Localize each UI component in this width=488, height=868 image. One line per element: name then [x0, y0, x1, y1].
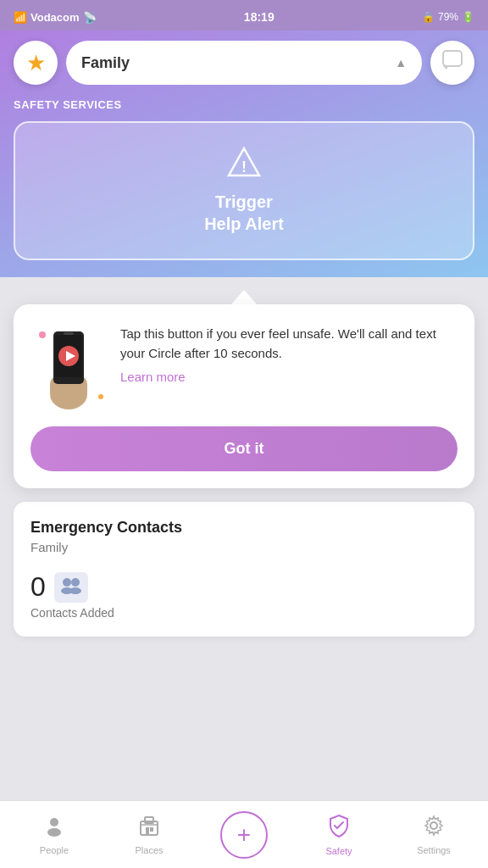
places-icon [138, 815, 160, 842]
battery-percent: 79% [438, 11, 458, 23]
tab-places[interactable]: Places [102, 808, 197, 862]
battery-info: 🔒 79% 🔋 [422, 11, 474, 23]
emergency-contacts-title: Emergency Contacts [30, 519, 458, 537]
top-header: ★ Family ▲ SAFETY SERVICES ! Trigger Hel… [0, 31, 488, 277]
chevron-up-icon: ▲ [395, 56, 407, 70]
phone-hand-svg [38, 325, 99, 409]
warning-icon: ! [29, 147, 459, 184]
star-icon: ★ [26, 50, 46, 76]
tab-settings-label: Settings [417, 845, 451, 855]
help-alert-tooltip: Tap this button if you ever feel unsafe.… [14, 304, 474, 488]
svg-point-9 [63, 578, 71, 587]
contacts-added-label: Contacts Added [30, 606, 458, 620]
tab-bar: People Places + Safety [0, 800, 488, 868]
decorative-dot-2 [98, 394, 103, 399]
svg-point-13 [50, 818, 58, 826]
tab-safety-label: Safety [325, 846, 352, 856]
svg-rect-18 [150, 827, 153, 832]
tab-people[interactable]: People [7, 808, 102, 862]
location-icon: 🔒 [422, 11, 435, 23]
emergency-contacts-subtitle: Family [30, 540, 458, 554]
plus-icon: + [237, 823, 251, 847]
svg-point-12 [69, 587, 81, 594]
contacts-count: 0 [30, 571, 46, 603]
popup-content-row: Tap this button if you ever feel unsafe.… [30, 325, 458, 409]
status-time: 18:19 [244, 10, 274, 24]
settings-icon [423, 815, 445, 842]
circle-dropdown[interactable]: Family ▲ [66, 41, 422, 85]
contacts-people-icon [54, 572, 88, 603]
trigger-help-alert-button[interactable]: ! Trigger Help Alert [14, 121, 474, 260]
carrier-name: Vodacom [30, 11, 80, 24]
circle-name: Family [81, 54, 130, 72]
battery-icon: 🔋 [462, 11, 474, 23]
tab-safety[interactable]: Safety [291, 807, 386, 863]
popup-message: Tap this button if you ever feel unsafe.… [120, 325, 458, 363]
emergency-contacts-card: Emergency Contacts Family 0 Contacts Add… [14, 502, 474, 637]
svg-rect-8 [64, 332, 74, 335]
svg-text:!: ! [241, 159, 247, 175]
got-it-button[interactable]: Got it [30, 426, 458, 471]
star-button[interactable]: ★ [14, 41, 58, 85]
signal-icon: 📶 [14, 11, 27, 24]
tab-places-label: Places [135, 845, 163, 855]
safety-services-title: SAFETY SERVICES [14, 98, 474, 111]
tab-settings[interactable]: Settings [386, 808, 481, 862]
header-row: ★ Family ▲ [14, 41, 474, 85]
svg-point-20 [430, 822, 437, 829]
popup-text-area: Tap this button if you ever feel unsafe.… [120, 325, 458, 409]
trigger-title: Trigger Help Alert [29, 191, 459, 235]
plus-circle-button[interactable]: + [220, 811, 268, 859]
chat-button[interactable] [430, 41, 474, 85]
carrier-signal: 📶 Vodacom 📡 [14, 11, 97, 24]
tab-people-label: People [40, 845, 69, 855]
tooltip-arrow [230, 290, 258, 305]
main-content: Tap this button if you ever feel unsafe.… [0, 277, 488, 735]
chat-icon [441, 49, 463, 76]
svg-rect-0 [443, 51, 462, 66]
contacts-count-row: 0 [30, 571, 458, 603]
svg-point-14 [47, 828, 61, 837]
phone-illustration [30, 325, 107, 409]
safety-icon [328, 814, 350, 843]
wifi-icon: 📡 [83, 11, 97, 24]
decorative-dot-1 [39, 331, 46, 338]
svg-point-10 [71, 578, 80, 587]
svg-rect-17 [146, 827, 149, 835]
learn-more-link[interactable]: Learn more [120, 370, 186, 384]
people-icon [43, 815, 65, 842]
tab-plus[interactable]: + [197, 804, 291, 865]
status-bar: 📶 Vodacom 📡 18:19 🔒 79% 🔋 [0, 0, 488, 31]
